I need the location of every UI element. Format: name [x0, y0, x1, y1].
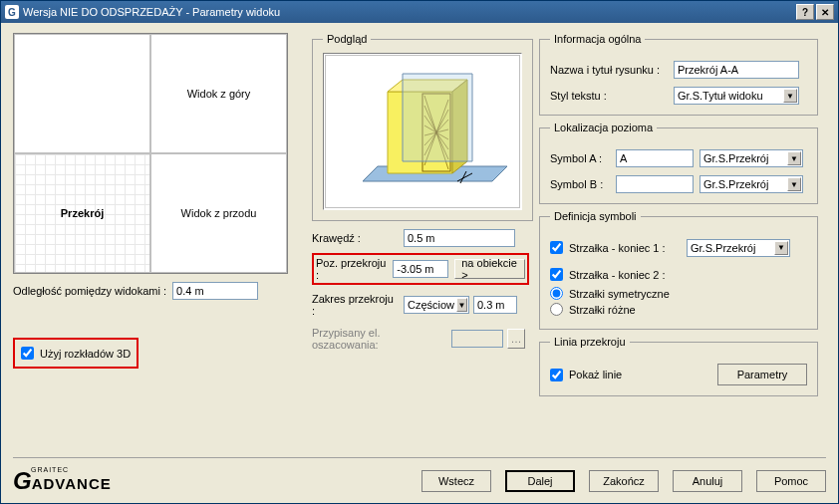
- arrows-different-radio[interactable]: [550, 303, 563, 316]
- symbol-definition-fieldset: Definicja symboli Strzałka - koniec 1 : …: [539, 210, 818, 330]
- arrow-end-1-style-select[interactable]: Gr.S.Przekrój▼: [687, 239, 790, 257]
- section-range-select[interactable]: Częściow▼: [404, 296, 469, 314]
- help-button[interactable]: ?: [796, 4, 814, 20]
- symbol-b-label: Symbol B :: [550, 178, 610, 190]
- general-info-fieldset: Informacja ogólna Nazwa i tytuł rysunku …: [539, 33, 818, 116]
- titlebar: G Wersja NIE DO ODSPRZEDAŻY - Parametry …: [1, 1, 838, 23]
- arrows-different-label: Strzałki różne: [569, 304, 636, 316]
- symbol-b-input[interactable]: [616, 175, 694, 193]
- section-position-highlight: Poz. przekroju : na obiekcie >: [312, 253, 529, 285]
- svg-marker-5: [403, 74, 472, 161]
- arrows-symmetric-radio[interactable]: [550, 287, 563, 300]
- chevron-down-icon: ▼: [787, 151, 801, 165]
- section-position-input[interactable]: [393, 260, 448, 278]
- arrow-end-2-row[interactable]: Strzałka - koniec 2 :: [550, 268, 666, 281]
- symbol-a-style-select[interactable]: Gr.S.Przekrój▼: [699, 149, 803, 167]
- text-style-select[interactable]: Gr.S.Tytuł widoku▼: [674, 87, 799, 105]
- finish-button[interactable]: Zakończ: [589, 470, 659, 492]
- view-distance-input[interactable]: [172, 282, 258, 300]
- preview-legend: Podgląd: [323, 33, 371, 45]
- assigned-element-input: [451, 330, 503, 348]
- view-distance-label: Odległość pomiędzy widokami :: [13, 285, 166, 297]
- horizontal-location-fieldset: Lokalizacja pozioma Symbol A : Gr.S.Prze…: [539, 122, 818, 204]
- use-3d-checkbox[interactable]: [21, 347, 34, 360]
- arrow-end-2-label: Strzałka - koniec 2 :: [569, 269, 666, 281]
- chevron-down-icon: ▼: [456, 298, 467, 312]
- chevron-down-icon: ▼: [787, 177, 801, 191]
- arrows-symmetric-label: Strzałki symetryczne: [569, 288, 670, 300]
- chevron-down-icon: ▼: [783, 89, 797, 103]
- logo-company: GRAITEC: [31, 466, 112, 473]
- edge-label: Krawędź :: [312, 232, 400, 244]
- app-icon: G: [5, 5, 19, 19]
- symbol-a-label: Symbol A :: [550, 152, 610, 164]
- view-cell-top-right[interactable]: Widok z góry: [150, 34, 287, 153]
- on-object-button[interactable]: na obiekcie >: [454, 259, 525, 279]
- use-3d-checkbox-row[interactable]: Użyj rozkładów 3D: [21, 347, 131, 360]
- back-button[interactable]: Wstecz: [421, 470, 491, 492]
- logo: GRAITEC GADVANCE: [13, 466, 112, 495]
- arrow-end-1-row[interactable]: Strzałka - koniec 1 :: [550, 241, 681, 254]
- section-line-fieldset: Linia przekroju Pokaż linie Parametry: [539, 336, 818, 396]
- show-lines-row[interactable]: Pokaż linie: [550, 369, 622, 381]
- arrow-end-1-label: Strzałka - koniec 1 :: [569, 242, 681, 254]
- window-title: Wersja NIE DO ODSPRZEDAŻY - Parametry wi…: [23, 6, 794, 18]
- symbol-definition-legend: Definicja symboli: [550, 210, 641, 222]
- section-range-label: Zakres przekroju :: [312, 293, 400, 317]
- section-line-legend: Linia przekroju: [550, 336, 630, 348]
- assigned-element-label: Przypisany el. oszacowania:: [312, 327, 447, 351]
- assigned-element-button: …: [507, 329, 525, 349]
- preview-canvas: [323, 53, 522, 210]
- arrow-end-2-checkbox[interactable]: [550, 268, 563, 281]
- arrows-different-row[interactable]: Strzałki różne: [550, 303, 807, 316]
- parameters-button[interactable]: Parametry: [717, 364, 807, 385]
- arrow-end-1-checkbox[interactable]: [550, 241, 563, 254]
- close-button[interactable]: ✕: [816, 4, 834, 20]
- view-cell-bottom-right[interactable]: Widok z przodu: [150, 153, 287, 273]
- general-info-legend: Informacja ogólna: [550, 33, 645, 45]
- horizontal-location-legend: Lokalizacja pozioma: [550, 122, 657, 133]
- view-cell-bottom-left[interactable]: Przekrój: [14, 153, 150, 273]
- show-lines-checkbox[interactable]: [550, 369, 563, 381]
- help-footer-button[interactable]: Pomoc: [756, 470, 826, 492]
- section-range-input[interactable]: [473, 296, 517, 314]
- show-lines-label: Pokaż linie: [569, 369, 622, 380]
- preview-fieldset: Podgląd: [312, 33, 533, 221]
- use-3d-highlight: Użyj rozkładów 3D: [13, 338, 139, 369]
- drawing-name-label: Nazwa i tytuł rysunku :: [550, 64, 668, 76]
- view-cell-top-left[interactable]: [14, 34, 150, 153]
- symbol-b-style-select[interactable]: Gr.S.Przekrój▼: [699, 175, 803, 193]
- view-layout-grid[interactable]: Widok z góry Przekrój Widok z przodu: [13, 33, 288, 274]
- cancel-button[interactable]: Anuluj: [673, 470, 742, 492]
- arrows-symmetric-row[interactable]: Strzałki symetryczne: [550, 287, 807, 300]
- next-button[interactable]: Dalej: [505, 470, 575, 492]
- logo-product: ADVANCE: [32, 475, 112, 492]
- edge-input[interactable]: [404, 229, 515, 247]
- preview-3d-icon: [333, 62, 512, 201]
- drawing-name-input[interactable]: [674, 61, 799, 79]
- section-position-label: Poz. przekroju :: [316, 257, 389, 281]
- chevron-down-icon: ▼: [774, 241, 788, 255]
- symbol-a-input[interactable]: [616, 149, 694, 167]
- text-style-label: Styl tekstu :: [550, 90, 668, 102]
- use-3d-label: Użyj rozkładów 3D: [40, 348, 131, 360]
